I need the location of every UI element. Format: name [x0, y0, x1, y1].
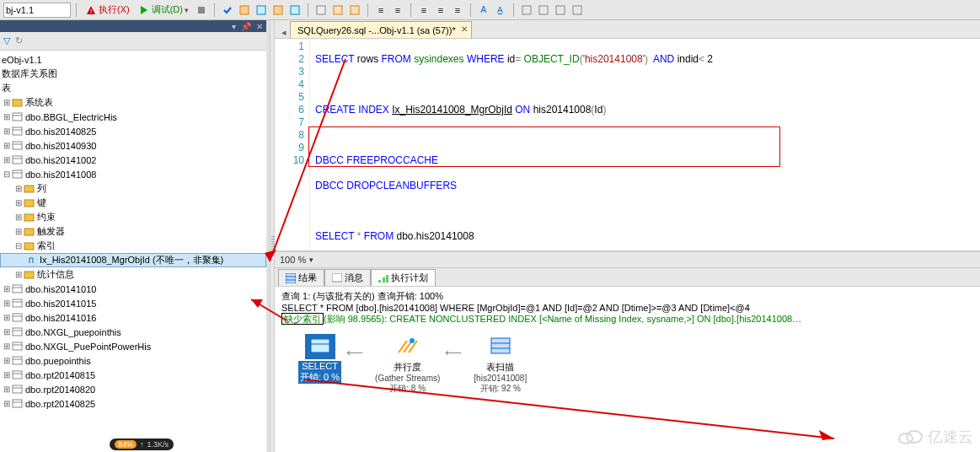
- table-node[interactable]: ⊞dbo.his20140825: [0, 124, 266, 138]
- plan-node-table-scan[interactable]: ⟵ 表扫描 [his20141008] 开销: 92 %: [474, 334, 527, 395]
- columns-node[interactable]: ⊞列: [0, 181, 266, 196]
- object-tree[interactable]: eObj-v1.1 数据库关系图 表 ⊞系统表 ⊞dbo.BBGL_Electr…: [0, 51, 266, 452]
- constraints-node[interactable]: ⊞约束: [0, 210, 266, 224]
- tables-node[interactable]: 表: [0, 81, 266, 95]
- table-node[interactable]: ⊞dbo.BBGL_ElectricHis: [0, 110, 266, 124]
- table-node[interactable]: ⊞dbo.his20141002: [0, 153, 266, 167]
- separator: [308, 3, 308, 17]
- svg-point-57: [410, 338, 415, 343]
- tab-nav-left-icon[interactable]: ◂: [278, 27, 290, 38]
- plan-node-select[interactable]: SELECT 开销: 0 %: [298, 334, 341, 384]
- database-combo[interactable]: [3, 3, 71, 18]
- plan-node-parallelism[interactable]: ⟵ 并行度 (Gather Streams) 开销: 8 %: [375, 334, 440, 395]
- execution-plan-pane[interactable]: 查询 1: (与该批有关的) 查询开销: 100% SELECT * FROM …: [275, 287, 980, 452]
- file-tab[interactable]: SQLQuery26.sql -...Obj-v1.1 (sa (57))* ✕: [290, 21, 472, 38]
- document-tabs: ◂ SQLQuery26.sql -...Obj-v1.1 (sa (57))*…: [275, 20, 980, 39]
- comment-button[interactable]: ≡: [433, 3, 448, 18]
- toolbar-icon[interactable]: [330, 3, 345, 18]
- svg-rect-58: [491, 338, 510, 353]
- toolbar-icon[interactable]: A: [476, 3, 491, 18]
- separator: [513, 3, 514, 17]
- tab-messages[interactable]: 消息: [324, 269, 371, 286]
- svg-rect-16: [13, 127, 22, 135]
- tab-execution-plan[interactable]: 执行计划: [371, 269, 436, 286]
- triggers-node[interactable]: ⊞触发器: [0, 224, 266, 239]
- close-icon[interactable]: ✕: [256, 22, 263, 31]
- refresh-icon[interactable]: ↻: [15, 35, 23, 46]
- svg-rect-30: [13, 285, 22, 293]
- tab-results[interactable]: 结果: [278, 269, 324, 286]
- stats-node[interactable]: ⊞统计信息: [0, 267, 266, 282]
- filter-icon[interactable]: ▽: [3, 35, 10, 46]
- diagram-node[interactable]: 数据库关系图: [0, 67, 266, 81]
- svg-rect-14: [13, 113, 22, 121]
- zoom-dropdown-icon[interactable]: ▾: [309, 256, 313, 264]
- svg-rect-51: [332, 273, 342, 282]
- toolbar-icon[interactable]: A̲: [493, 3, 508, 18]
- outdent-button[interactable]: ≡: [390, 3, 405, 18]
- execute-button[interactable]: ! 执行(X): [82, 3, 133, 16]
- toolbar-icon[interactable]: [270, 3, 286, 18]
- toolbar-icon[interactable]: [570, 3, 585, 18]
- close-icon[interactable]: ✕: [461, 24, 468, 34]
- toolbar-icon[interactable]: [254, 3, 269, 18]
- play-icon: [138, 4, 150, 16]
- check-button[interactable]: [220, 3, 235, 18]
- svg-rect-22: [13, 170, 22, 178]
- cloud-icon: [896, 428, 924, 445]
- svg-rect-6: [317, 6, 325, 14]
- toolbar-icon[interactable]: ≡: [416, 3, 431, 18]
- pin-icon[interactable]: 📌: [241, 22, 251, 31]
- svg-rect-8: [351, 6, 359, 14]
- svg-rect-29: [24, 272, 34, 278]
- toolbar-icon[interactable]: [536, 3, 551, 18]
- svg-rect-3: [257, 6, 265, 14]
- svg-rect-5: [291, 6, 299, 14]
- table-node[interactable]: ⊞dbo.his20141015: [0, 296, 266, 310]
- index-item-selected[interactable]: Ix_His20141008_MgrObjId (不唯一，非聚集): [0, 253, 266, 267]
- svg-rect-24: [24, 186, 34, 192]
- uncomment-button[interactable]: ≡: [450, 3, 465, 18]
- parallel-icon: [395, 336, 420, 358]
- toolbar-icon[interactable]: [553, 3, 568, 18]
- table-node[interactable]: ⊞dbo.rpt20140825: [0, 396, 266, 411]
- missing-index-hint[interactable]: 缺少索引(影响 98.9565): CREATE NONCLUSTERED IN…: [281, 313, 973, 326]
- svg-rect-54: [386, 275, 388, 282]
- table-node[interactable]: ⊞dbo.NXGL_PuePointPowerHis: [0, 339, 266, 353]
- dropdown-icon[interactable]: ▾: [232, 22, 236, 31]
- table-node[interactable]: ⊞dbo.rpt20140815: [0, 368, 266, 382]
- indent-button[interactable]: ≡: [373, 3, 388, 18]
- debug-button[interactable]: 调试(D) ▾: [135, 3, 192, 16]
- database-node[interactable]: eObj-v1.1: [0, 52, 266, 67]
- table-node[interactable]: ⊞dbo.puepointhis: [0, 353, 266, 368]
- toolbar-icon[interactable]: [313, 3, 329, 18]
- toolbar-icon[interactable]: [287, 3, 303, 18]
- table-node[interactable]: ⊞dbo.NXGL_puepointhis: [0, 325, 266, 339]
- main-area: ▾ 📌 ✕ ▽ ↻ eObj-v1.1 数据库关系图 表 ⊞系统表 ⊞dbo.B…: [0, 20, 980, 452]
- watermark: 亿速云: [896, 427, 973, 447]
- stop-button[interactable]: [194, 3, 209, 18]
- table-node[interactable]: ⊞dbo.rpt20140820: [0, 382, 266, 396]
- toolbar-icon[interactable]: [237, 3, 252, 18]
- svg-rect-1: [198, 7, 205, 13]
- separator: [470, 3, 471, 17]
- sql-editor[interactable]: 12345678910 SELECT rows FROM sysindexes …: [275, 39, 980, 251]
- toolbar-icon[interactable]: [519, 3, 534, 18]
- svg-rect-44: [13, 385, 22, 393]
- indexes-node[interactable]: ⊟索引: [0, 239, 266, 253]
- svg-rect-36: [13, 328, 22, 336]
- code-body[interactable]: SELECT rows FROM sysindexes WHERE id= OB…: [310, 39, 980, 250]
- table-node[interactable]: ⊞系统表: [0, 95, 266, 110]
- table-node[interactable]: ⊟dbo.his20141008: [0, 167, 266, 181]
- keys-node[interactable]: ⊞键: [0, 196, 266, 210]
- svg-rect-34: [13, 314, 22, 321]
- object-explorer: ▾ 📌 ✕ ▽ ↻ eObj-v1.1 数据库关系图 表 ⊞系统表 ⊞dbo.B…: [0, 20, 270, 452]
- zoom-bar: 100 % ▾: [275, 251, 980, 268]
- table-node[interactable]: ⊞dbo.his20141016: [0, 310, 266, 325]
- table-node[interactable]: ⊞dbo.his20141010: [0, 282, 266, 296]
- svg-rect-48: [286, 273, 296, 283]
- editor-pane: ◂ SQLQuery26.sql -...Obj-v1.1 (sa (57))*…: [275, 20, 980, 452]
- table-node[interactable]: ⊞dbo.his20140930: [0, 138, 266, 153]
- svg-rect-2: [240, 6, 249, 14]
- toolbar-icon[interactable]: [347, 3, 362, 18]
